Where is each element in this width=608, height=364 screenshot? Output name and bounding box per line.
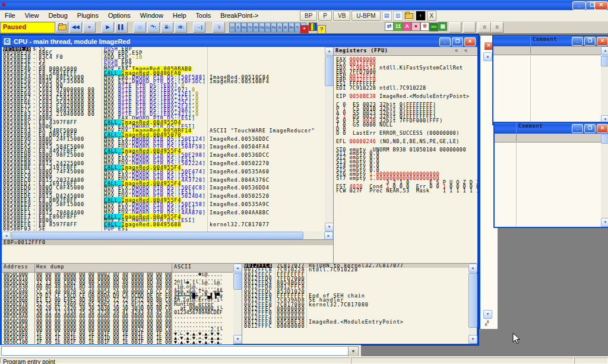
red-dot-button[interactable]: ● xyxy=(411,22,420,31)
dump-pane[interactable]: Address Hex dump ASCII 0050C00000 00 00 … xyxy=(2,263,233,344)
disasm-row[interactable]: 0050BEFE.E8 8597F8FFCALL ImageRed.004956… xyxy=(2,223,325,227)
scroll-thumb[interactable] xyxy=(601,56,608,67)
rose-button[interactable]: ※ xyxy=(420,22,429,31)
menu-item-plugins[interactable]: Plugins xyxy=(72,10,103,21)
doc-blue-icon[interactable]: ▤ xyxy=(382,11,392,21)
swap-arrows-button[interactable]: ⇄ xyxy=(385,22,394,31)
win-minimize-button[interactable]: _ xyxy=(572,124,583,133)
back-window-scroll-up[interactable]: ▲ xyxy=(483,52,492,61)
open-file-button[interactable] xyxy=(56,22,68,33)
reg-history-back-button2[interactable]: < xyxy=(464,48,477,55)
help-button[interactable]: ? xyxy=(317,25,326,34)
win-close-button[interactable]: ✕ xyxy=(597,124,608,133)
plugin-button-vb[interactable]: VB xyxy=(333,11,350,21)
letter-a-button[interactable]: A xyxy=(403,22,411,31)
disasm-row[interactable]: 0050BE3E.53PUSH EBX xyxy=(2,59,325,64)
plugin-bar-close-button[interactable]: X xyxy=(427,11,437,21)
win-close-button[interactable]: ✕ xyxy=(597,37,608,46)
menu-item-debug[interactable]: Debug xyxy=(43,10,72,21)
win-a-scrollbar[interactable]: ▲ ▼ xyxy=(601,46,608,124)
scroll-thumb[interactable] xyxy=(325,56,334,86)
scroll-up-arrow[interactable]: ▲ xyxy=(233,264,242,273)
stack-vscrollbar[interactable]: ▲ ▼ xyxy=(468,263,477,344)
command-input[interactable] xyxy=(1,346,349,356)
info-pane[interactable]: EBP=0012FFF0 xyxy=(2,239,333,264)
resize-grip[interactable]: ▞ xyxy=(485,321,489,326)
register-line[interactable]: EDI 7C910228 ntdll.7C910228 xyxy=(334,86,477,90)
comment-window-bottom-titlebar[interactable]: _ ❐ ✕ xyxy=(495,123,608,134)
menu-item-options[interactable]: Options xyxy=(103,10,135,21)
cpu-restore-button[interactable]: ❐ xyxy=(452,37,463,46)
window-button-br[interactable]: Br xyxy=(283,23,289,33)
window-button-ha[interactable]: Ha xyxy=(259,23,265,33)
register-line[interactable]: EFL 00000246 (NO,NB,E,BE,NS,PE,GE,LE) xyxy=(334,140,477,144)
reg-history-back-button[interactable]: < xyxy=(455,48,464,55)
disassembly-pane[interactable]: 0050BE38$55PUSH EBP0050BE39.8BECMOV EBP,… xyxy=(2,47,325,232)
register-line[interactable]: T 0 GS 0000 NULL xyxy=(334,123,477,127)
plugin-button-p[interactable]: P xyxy=(318,11,332,21)
scroll-up-arrow[interactable]: ▲ xyxy=(601,46,608,55)
disasm-row[interactable]: 0050BF03.5EPOP ESI xyxy=(2,227,325,231)
back-window-scroll-down[interactable]: ▼ xyxy=(483,310,492,319)
run-to-return-button[interactable]: →| xyxy=(193,22,205,33)
animate-over-button[interactable]: ⇉: xyxy=(175,22,187,33)
win-b-scrollbar[interactable]: ▼ xyxy=(601,134,608,227)
dump-rows[interactable]: 0050C00000 00 00 0000 00 00 0002 8D 40 0… xyxy=(2,273,233,344)
options-button[interactable]: * xyxy=(300,25,309,34)
log-list-button[interactable]: ≡ xyxy=(479,22,491,33)
menu-item-window[interactable]: Window xyxy=(135,10,168,21)
appearance-button[interactable] xyxy=(309,23,317,31)
window-button-wi[interactable]: Wi xyxy=(253,23,259,33)
stack-row[interactable]: 0012FFFC00000000 xyxy=(242,324,469,328)
eleven-button[interactable]: 11 xyxy=(394,22,403,31)
register-line[interactable]: EIP 0050BE38 ImageRed.<ModuleEntryPoint> xyxy=(334,94,477,99)
menu-item-help[interactable]: Help xyxy=(168,10,191,21)
win-minimize-button[interactable]: _ xyxy=(572,37,583,46)
scroll-down-arrow[interactable]: ▼ xyxy=(325,223,334,232)
window-button-th[interactable]: Th xyxy=(247,23,253,33)
empty-button[interactable] xyxy=(449,22,461,33)
scroll-down-arrow[interactable]: ▼ xyxy=(468,335,477,344)
stack-pane[interactable]: 0012FFC47C817077RETURN to kernel32.7C817… xyxy=(242,263,469,344)
menu-item-view[interactable]: View xyxy=(20,10,44,21)
window-button-pa[interactable]: Pa xyxy=(271,23,277,33)
scroll-thumb[interactable] xyxy=(11,232,303,239)
win-restore-button[interactable]: ❐ xyxy=(584,37,596,46)
dump-vscrollbar[interactable]: ▲ ▼ xyxy=(233,263,242,344)
cpu-window-titlebar[interactable]: C CPU - main thread, module ImageRed _ ❐… xyxy=(2,36,477,47)
window-button-me[interactable]: Me xyxy=(241,23,247,33)
disasm-hscrollbar[interactable]: ◄ ► xyxy=(2,232,333,239)
window-button-cp[interactable]: Cp xyxy=(265,23,271,33)
doc-icon[interactable]: ▥ xyxy=(393,11,403,21)
console-icon[interactable]: › xyxy=(416,11,426,21)
win-restore-button[interactable]: ❐ xyxy=(584,124,596,133)
folder-icon[interactable] xyxy=(404,11,414,21)
disasm-vscrollbar[interactable]: ▲ ▼ xyxy=(325,47,333,232)
restart-button[interactable]: ◀◀ xyxy=(69,22,82,33)
close-button[interactable]: ✕ xyxy=(594,1,608,10)
empty-button[interactable] xyxy=(463,22,476,33)
register-line[interactable]: FCW 027F Prec NEAR,53 Mask 1 1 1 1 1 1 xyxy=(334,189,477,193)
run-button[interactable]: ▶ xyxy=(102,22,114,33)
registers-list[interactable]: EAX 00000000ECX 0012FFB0EDX 7C90E514 ntd… xyxy=(334,56,477,264)
window-button-re[interactable]: Re xyxy=(289,23,294,33)
dump-row[interactable]: 0050C1001F 00 1E 001F 00 1E 001F 00 1E 0… xyxy=(2,340,233,344)
command-dropdown-button[interactable]: ▼ xyxy=(348,346,359,357)
marked-list-button[interactable]: ≡ xyxy=(491,22,504,33)
scroll-up-arrow[interactable]: ▲ xyxy=(468,264,477,273)
animate-into-button[interactable]: ⇊: xyxy=(161,22,173,33)
window-button-ln[interactable]: Ln xyxy=(229,23,235,33)
binary-button[interactable]: 010 xyxy=(429,23,438,31)
registers-pane[interactable]: Registers (FPU) < < EAX 00000000ECX 0012… xyxy=(333,47,477,263)
scroll-thumb[interactable] xyxy=(468,273,477,328)
info-line[interactable]: EBP=0012FFF0 xyxy=(2,240,333,245)
plugin-button-u-bpm[interactable]: U-BPM xyxy=(352,11,380,21)
step-into-button[interactable]: ↓: xyxy=(134,22,146,33)
menu-item-file[interactable]: File xyxy=(0,10,20,21)
scroll-down-arrow[interactable]: ▼ xyxy=(601,218,608,227)
close-program-button[interactable]: × xyxy=(83,22,96,33)
minimize-button[interactable]: _ xyxy=(572,1,586,10)
window-grid-button[interactable]: ▦ xyxy=(438,22,447,31)
register-line[interactable]: O 0 LastErr ERROR_SUCCESS (00000000) xyxy=(334,131,477,135)
pause-button[interactable]: ▌▌ xyxy=(115,22,128,33)
